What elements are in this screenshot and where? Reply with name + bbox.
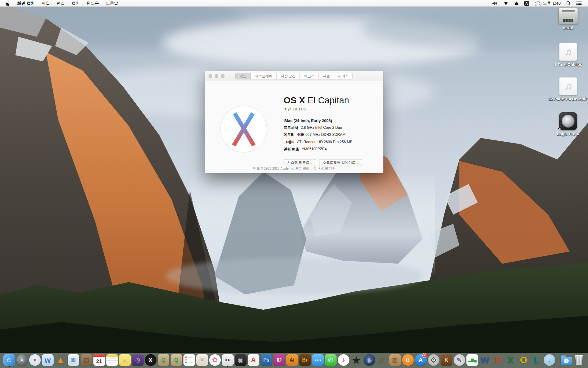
wifi-menu[interactable] — [500, 0, 511, 6]
glyph: ▦ — [392, 357, 398, 363]
desktop-app-logic-pro-x[interactable]: ↗Logic Pro X — [548, 112, 588, 136]
desktop-disk-mc18[interactable]: mc18 — [548, 8, 588, 30]
dock-item-mail[interactable]: ✉ — [67, 353, 80, 367]
dock-item-grab-screen-capture[interactable]: ✂ — [222, 353, 234, 367]
dock-item-illustrator[interactable]: Ai — [286, 353, 298, 367]
notification-center-icon — [576, 1, 582, 5]
glyph: X — [149, 357, 153, 363]
notification-center-menu[interactable] — [574, 0, 584, 6]
dock-item-notes[interactable] — [106, 353, 118, 367]
dock-item-photoshop[interactable]: Ps — [260, 353, 273, 367]
software-update-button[interactable]: 소프트웨어 업데이트... — [319, 159, 362, 166]
minimize-button[interactable] — [215, 74, 218, 78]
dock-item-idvd[interactable]: ◉ — [363, 353, 375, 367]
dock-item-outlook[interactable]: O — [518, 353, 530, 367]
excel-icon: X — [507, 355, 514, 365]
dock-item-finder[interactable]: ☺ — [3, 353, 15, 367]
glyph: A — [251, 357, 256, 363]
tab-1[interactable]: 디스플레이 — [251, 73, 277, 79]
cards-3d-app-icon: 3D — [196, 354, 208, 366]
glyph: ☺ — [6, 357, 12, 363]
close-button[interactable] — [209, 74, 212, 78]
menu-item-capture[interactable]: 캡처 — [68, 0, 83, 6]
finder-icon: ☺ — [3, 354, 15, 366]
window-titlebar[interactable]: 개요디스플레이저장 공간메모리지원서비스 — [205, 71, 383, 81]
dock-item-calendar[interactable]: 21 — [93, 353, 105, 367]
volume-menu[interactable] — [489, 0, 500, 6]
dock-item-imovie[interactable]: ★ — [350, 353, 363, 367]
dock-item-safari[interactable]: ➤ — [29, 353, 41, 367]
contacts-icon: ▤ — [81, 354, 92, 366]
dock-item-globe-downloader[interactable]: ↓ — [543, 353, 556, 367]
spotlight-search-icon — [566, 1, 571, 6]
itunes-icon: ♪ — [338, 354, 349, 366]
input-source-menu[interactable]: A — [522, 0, 532, 6]
apple-menu[interactable] — [4, 0, 14, 6]
spec-value: YM85100PZE4 — [302, 147, 326, 151]
dock-item-indesign[interactable]: ID — [273, 353, 285, 367]
dock-item-corkboard-app[interactable]: ▦ — [389, 353, 401, 367]
spotlight-menu[interactable] — [564, 0, 574, 6]
glyph: ◉ — [367, 357, 372, 363]
dock-item-box-q-app-2[interactable]: Q — [170, 353, 183, 367]
dock-item-stickies[interactable]: ≡ — [119, 353, 131, 367]
dock-item-ibooks[interactable]: ∪ — [402, 353, 414, 367]
dock-item-trash[interactable] — [573, 353, 585, 367]
dock-item-acrobat[interactable]: A — [247, 353, 260, 367]
menu-item-file[interactable]: 파일 — [38, 0, 53, 6]
tab-3[interactable]: 메모리 — [300, 73, 319, 79]
dock-item-reminders[interactable] — [183, 353, 195, 367]
dock-item-cards-3d-app[interactable]: 3D — [196, 353, 208, 367]
desktop-icon-label: 1 Tu M'Oublies — [554, 62, 582, 67]
zoom-button[interactable] — [221, 74, 224, 78]
menu-item-app-name[interactable]: 화면 캡처 — [14, 0, 38, 6]
dock-item-facetime[interactable]: ✆ — [325, 353, 337, 367]
dock-item-app-store[interactable]: A7 — [415, 353, 427, 367]
dock-item-lync[interactable]: L — [530, 353, 543, 367]
dock-item-itunes[interactable]: ♪ — [337, 353, 350, 367]
menu-item-window[interactable]: 윈도우 — [83, 0, 103, 6]
dock-item-powerpoint[interactable]: P — [492, 353, 504, 367]
desktop-file-parle-t-il[interactable]: ♫12 Parle-T-Il De Moi? — [548, 77, 588, 102]
music-file-icon: ♫ — [559, 77, 577, 95]
tab-4[interactable]: 지원 — [319, 73, 334, 79]
dock-item-word[interactable]: W — [479, 353, 491, 367]
dock-item-contacts[interactable]: ▤ — [80, 353, 92, 367]
dock-item-pages[interactable]: ✎ — [453, 353, 466, 367]
tab-2[interactable]: 저장 공간 — [277, 73, 300, 79]
tab-5[interactable]: 서비스 — [334, 73, 353, 79]
spec-label: 프로세서 — [284, 125, 298, 130]
menu-item-help[interactable]: 도움말 — [102, 0, 122, 6]
dock-item-downloads-folder[interactable]: ↓ — [560, 353, 572, 367]
system-report-button[interactable]: 시스템 리포트... — [284, 159, 316, 166]
reminder-line — [185, 356, 193, 358]
dock-item-numbers[interactable]: ▂▆▄ — [466, 353, 478, 367]
input-source-badge: A — [524, 1, 529, 6]
os-title: OS X El Capitan — [284, 95, 362, 105]
dock-item-launchpad[interactable]: ➤ — [16, 353, 28, 367]
reminder-line — [185, 362, 193, 363]
dock-item-excel[interactable]: X — [505, 353, 517, 367]
menu-clock[interactable]: (금) 오후 1:40 — [532, 1, 564, 6]
desktop-file-tu-moublies[interactable]: ♫1 Tu M'Oublies — [548, 43, 588, 67]
trash-icon — [575, 355, 583, 365]
dock-item-vlc[interactable]: ▲ — [55, 353, 67, 367]
dock-item-system-preferences[interactable]: ⚙ — [428, 353, 440, 367]
notes-header — [106, 354, 118, 357]
eject-menu[interactable] — [511, 0, 522, 6]
dock-item-messages[interactable]: ⋯ — [312, 353, 324, 367]
corkboard-app-icon: ▦ — [389, 354, 401, 366]
dock-item-w-globe-browser[interactable]: w — [42, 353, 54, 367]
dock-item-x-photo-app[interactable]: X — [145, 353, 157, 367]
dock-item-garageband[interactable]: ♬ — [376, 353, 388, 367]
dock-item-logic-pro[interactable]: ◉ — [235, 353, 247, 367]
dock-item-bridge[interactable]: Br — [299, 353, 311, 367]
dock-item-photos[interactable]: ✿ — [209, 353, 221, 367]
tab-0[interactable]: 개요 — [236, 73, 251, 79]
keynote-icon: K — [441, 354, 452, 366]
dock-item-box-q-app-1[interactable]: Q — [157, 353, 170, 367]
glyph: ↓ — [548, 357, 551, 363]
dock-item-keynote[interactable]: K — [440, 353, 453, 367]
dock-item-toast[interactable]: ◎ — [132, 353, 144, 367]
menu-item-edit[interactable]: 편집 — [53, 0, 68, 6]
